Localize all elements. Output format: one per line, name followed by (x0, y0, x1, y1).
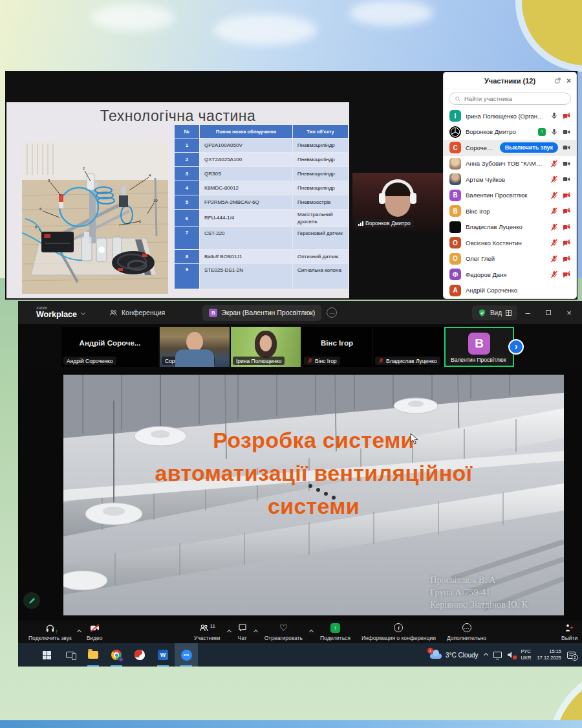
equipment-photo: 1 2 3 4 5 8 10 (22, 142, 168, 294)
weather-widget[interactable]: 1 3°C Cloudy (430, 651, 479, 659)
chrome-icon (111, 650, 122, 660)
clock[interactable]: 15:15 17.12.2025 (537, 648, 561, 661)
file-explorer-button[interactable] (81, 643, 105, 667)
task-view-button[interactable] (58, 643, 81, 667)
mic-muted-icon[interactable] (550, 207, 558, 215)
chat-button[interactable]: Чат (234, 621, 251, 643)
video-tile[interactable]: Андрій Сороче... Андрій Сороченко (61, 327, 158, 367)
tray-expand-chevron[interactable] (484, 652, 488, 657)
next-page-button[interactable]: › (508, 339, 524, 355)
shared-slide-technological: Технологічна частина (6, 102, 349, 298)
participant-row[interactable]: Анна Зубович ТОВ "КАМОЦЦІ" (444, 156, 576, 172)
join-audio-button[interactable]: Подключить звук (25, 621, 76, 643)
react-chevron[interactable] (309, 630, 314, 634)
video-button[interactable]: Видео (83, 621, 107, 643)
word-button[interactable] (151, 643, 175, 667)
mic-muted-icon[interactable] (550, 239, 558, 247)
tab-more-icon[interactable] (327, 307, 337, 318)
mic-muted-icon[interactable] (550, 223, 558, 231)
avatar: І (449, 110, 461, 122)
maximize-button[interactable] (538, 301, 559, 324)
app-menu-button[interactable]: zoom Workplace (36, 305, 85, 319)
participant-row[interactable]: Воронков Дмитро (444, 124, 576, 140)
view-button[interactable]: Вид (472, 305, 517, 320)
shared-screen-area: Розробка системи автоматизації вентиляці… (18, 370, 582, 621)
share-button[interactable]: Поделиться (316, 621, 354, 643)
camera-off-icon[interactable] (563, 112, 570, 120)
participant-row[interactable]: В Вінс Ігор (444, 203, 576, 219)
popout-icon[interactable] (554, 77, 561, 84)
slide-credits: Просвітлюк В. А Група А-759-41 Керівник:… (430, 575, 528, 612)
camera-icon[interactable] (563, 144, 570, 151)
close-button[interactable]: × (559, 301, 579, 324)
video-name-label: Воронков Дмитро (355, 219, 414, 228)
search-input[interactable] (464, 95, 565, 102)
cloud-shape (349, 0, 433, 26)
avatar: Ф (449, 269, 461, 280)
tab-conference[interactable]: Конференция (109, 309, 165, 317)
camera-icon[interactable] (563, 160, 570, 168)
video-tile[interactable]: Сороченко Андрій (160, 327, 230, 367)
tab-screen-share[interactable]: В Экран (Валентин Просвітлюк) (202, 305, 321, 321)
close-panel-icon[interactable]: × (566, 77, 571, 85)
camera-off-icon[interactable] (563, 255, 570, 263)
chat-chevron[interactable] (253, 630, 258, 634)
video-tile[interactable]: Ірина Полющенко (231, 327, 301, 367)
participants-chevron[interactable] (227, 630, 232, 634)
speaker-muted-icon[interactable] (508, 652, 515, 658)
audio-options-chevron[interactable] (77, 630, 81, 634)
camera-icon[interactable] (563, 128, 570, 136)
mouse-cursor (410, 433, 419, 445)
participant-row[interactable]: В Валентин Просвітлюк (444, 188, 576, 204)
table-row: 7 CST-220 Герконовий датчик (175, 227, 348, 249)
annotation-pencil-button[interactable] (23, 592, 40, 609)
participant-row[interactable]: Владислав Луценко (444, 219, 576, 236)
start-button[interactable] (35, 643, 58, 667)
video-tile[interactable]: Вінс Ігор Вінс Ігор (302, 327, 372, 367)
notifications-icon[interactable]: 2 (567, 652, 576, 659)
red-app-button[interactable] (128, 643, 151, 667)
react-button[interactable]: Отреагировать (261, 621, 307, 643)
camera-icon[interactable] (563, 175, 570, 183)
network-icon[interactable] (493, 652, 502, 658)
mute-button[interactable]: Выключить звук (500, 142, 558, 153)
mic-muted-icon[interactable] (550, 192, 558, 199)
heart-icon (279, 623, 288, 633)
camera-off-icon[interactable] (563, 192, 570, 199)
leave-button[interactable]: Выйти (557, 621, 581, 643)
table-header-row: № Повна назва обладнання Тип об'єкту (175, 125, 348, 138)
video-tile-active-presenter[interactable]: В Валентин Просвітлюк (444, 327, 514, 367)
participant-row[interactable]: О Овсієнко Костянтин (444, 235, 576, 251)
participants-button[interactable]: 11 Участники (190, 621, 224, 643)
camera-off-icon[interactable] (563, 207, 570, 215)
mic-muted-icon[interactable] (550, 255, 558, 263)
avatar: А (449, 285, 461, 296)
mic-icon[interactable] (550, 128, 558, 136)
video-thumbnail-voronkov[interactable]: Воронков Дмитро (352, 173, 443, 231)
mic-muted-icon[interactable] (550, 160, 558, 168)
video-tile[interactable]: Владислав Луценко (373, 327, 443, 367)
camera-off-icon[interactable] (563, 270, 570, 278)
camera-off-icon[interactable] (563, 223, 570, 231)
participant-row[interactable]: Артем Чуйков (444, 171, 576, 188)
participant-row[interactable]: І Ірина Полющенко (Организатор, я) (444, 108, 576, 124)
mic-muted-icon[interactable] (550, 175, 558, 183)
meeting-toolbar: Подключить звук Видео 11 Участники (18, 621, 582, 643)
more-button[interactable]: Дополнительно (443, 621, 490, 643)
participant-row[interactable]: Ф Федоров Даня (444, 267, 576, 283)
participant-row[interactable]: О Олег Глей (444, 251, 576, 267)
red-app-icon (135, 650, 145, 660)
participant-row[interactable]: А Андрій Сороченко (444, 283, 576, 299)
language-indicator[interactable]: РУС UKR (521, 648, 532, 661)
participants-title: Участники (12) (484, 77, 535, 85)
mic-icon[interactable] (550, 112, 558, 120)
meeting-icon (109, 309, 118, 317)
chrome-button[interactable] (105, 643, 128, 667)
participant-search[interactable] (449, 93, 571, 105)
minimize-button[interactable]: – (517, 301, 538, 324)
zoom-app-button[interactable] (175, 643, 198, 667)
meeting-info-button[interactable]: Информация о конференции (358, 621, 440, 643)
mic-muted-icon[interactable] (550, 270, 558, 278)
camera-off-icon[interactable] (563, 239, 570, 247)
participant-row[interactable]: С Сороченко Андрій Выключить звук (444, 140, 576, 156)
